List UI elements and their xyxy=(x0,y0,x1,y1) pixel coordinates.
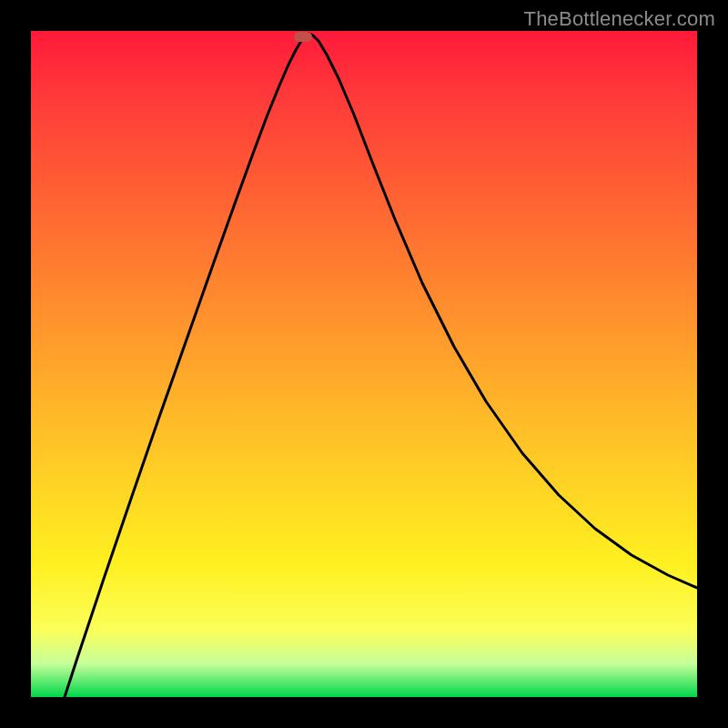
optimal-point-marker xyxy=(294,32,312,42)
curve-path xyxy=(65,34,697,697)
chart-frame xyxy=(31,31,697,697)
watermark-text: TheBottlenecker.com xyxy=(524,7,715,31)
bottleneck-curve xyxy=(31,31,697,697)
